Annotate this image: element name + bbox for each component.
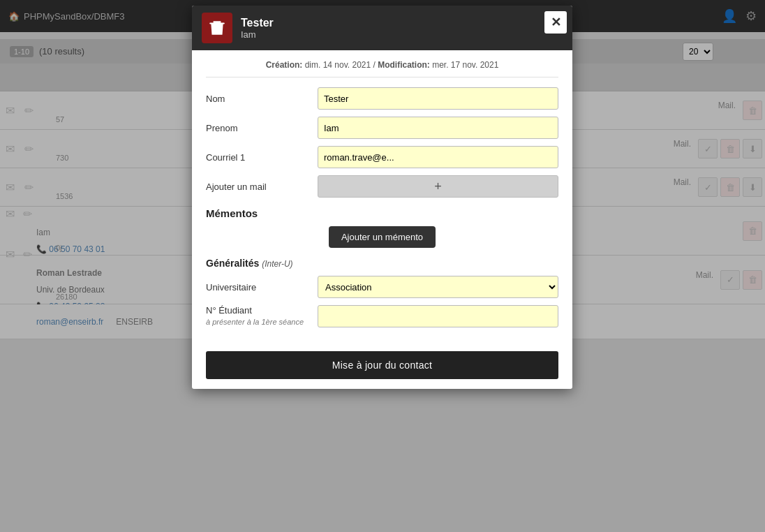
etudiant-label: N° Étudiant <box>206 305 318 316</box>
ajouter-mail-label: Ajouter un mail <box>206 182 318 192</box>
mementos-section-heading: Mémentos <box>206 207 558 219</box>
prenom-label: Prenom <box>206 123 318 133</box>
prenom-row: Prenom <box>206 117 558 139</box>
courriel-input[interactable] <box>318 146 558 168</box>
save-button[interactable]: Mise à jour du contact <box>206 351 558 379</box>
add-memento-button[interactable]: Ajouter un mémento <box>329 226 436 248</box>
nom-row: Nom <box>206 87 558 110</box>
modal-header-icon <box>202 13 232 43</box>
courriel-row: Courriel 1 <box>206 146 558 168</box>
universitaire-row: Universitaire Association Universitaire … <box>206 276 558 298</box>
modal-subtitle: Iam <box>241 29 274 40</box>
etudiant-sublabel: à présenter à la 1ère séance <box>206 317 318 327</box>
generalites-heading: Généralités (Inter-U) <box>206 258 558 269</box>
modal-meta: Création: dim. 14 nov. 2021 / Modificati… <box>206 60 558 77</box>
add-mail-button[interactable]: + <box>318 175 558 198</box>
creation-date: dim. 14 nov. 2021 <box>305 60 371 70</box>
generalites-label: Généralités <box>206 258 259 269</box>
modification-label: Modification: <box>378 60 430 70</box>
universitaire-label: Universitaire <box>206 282 318 293</box>
etudiant-row: N° Étudiant à présenter à la 1ère séance <box>206 305 558 327</box>
ajouter-mail-row: Ajouter un mail + <box>206 175 558 198</box>
generalites-suffix: (Inter-U) <box>262 259 292 269</box>
etudiant-input[interactable] <box>318 305 558 327</box>
nom-label: Nom <box>206 94 318 104</box>
contact-modal: Tester Iam ✕ Création: dim. 14 nov. 2021… <box>192 6 572 389</box>
modification-date: mer. 17 nov. 2021 <box>432 60 498 70</box>
prenom-input[interactable] <box>318 117 558 139</box>
trash-icon <box>208 19 226 37</box>
modal-body: Création: dim. 14 nov. 2021 / Modificati… <box>192 50 572 344</box>
mementos-area: Ajouter un mémento <box>206 226 558 248</box>
modal-close-button[interactable]: ✕ <box>544 11 567 34</box>
add-mail-icon: + <box>434 179 442 194</box>
modal-footer: Mise à jour du contact <box>192 344 572 389</box>
modal-header: Tester Iam ✕ <box>192 6 572 50</box>
modal-title: Tester <box>241 17 274 29</box>
nom-input[interactable] <box>318 87 558 110</box>
creation-label: Création: <box>266 60 303 70</box>
universitaire-select[interactable]: Association Universitaire Autre <box>318 276 558 298</box>
courriel-label: Courriel 1 <box>206 152 318 163</box>
etudiant-label-group: N° Étudiant à présenter à la 1ère séance <box>206 305 318 327</box>
modal-header-text: Tester Iam <box>241 17 274 40</box>
